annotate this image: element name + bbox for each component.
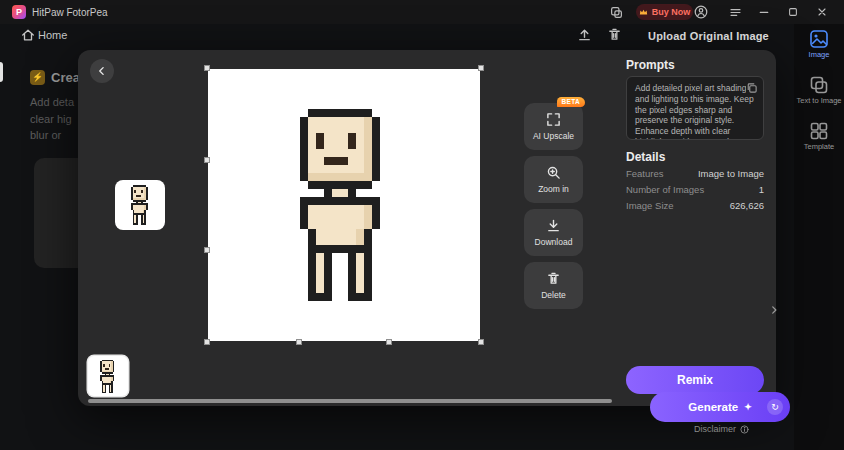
detail-label: Image Size	[626, 200, 674, 212]
pixel-character-thumbnail	[129, 185, 151, 225]
back-button[interactable]	[90, 59, 114, 83]
home-breadcrumb[interactable]: Home	[38, 29, 67, 41]
result-thumbnail[interactable]	[88, 356, 128, 396]
app-window: P HitPaw FotorPea Buy Now	[0, 0, 844, 450]
delete-icon	[546, 271, 561, 286]
copy-icon[interactable]	[746, 82, 758, 94]
app-logo-icon: P	[12, 5, 26, 19]
resize-handle[interactable]	[204, 339, 210, 345]
disclaimer-label: Disclaimer	[694, 424, 736, 434]
lightning-icon: ⚡	[30, 70, 45, 85]
sidebar-item-label: Text to Image	[795, 96, 843, 105]
template-icon	[808, 120, 830, 142]
detail-value: 1	[759, 184, 764, 196]
regenerate-icon[interactable]: ↻	[767, 399, 783, 415]
action-label: Delete	[541, 290, 566, 300]
trash-icon[interactable]	[606, 26, 622, 42]
image-canvas	[208, 69, 480, 341]
screens-icon[interactable]	[608, 4, 624, 20]
app-title: HitPaw FotorPea	[32, 7, 108, 18]
resize-handle[interactable]	[478, 65, 484, 71]
detail-row-image-size: Image Size 626,626	[626, 200, 764, 212]
generate-area: Generate ✦ ↻	[650, 392, 790, 422]
resize-handle[interactable]	[204, 65, 210, 71]
minimize-button[interactable]	[756, 4, 772, 20]
home-icon[interactable]	[20, 27, 36, 43]
resize-handle[interactable]	[478, 339, 484, 345]
sidebar-item-template[interactable]: Template	[794, 118, 844, 162]
resize-handle[interactable]	[296, 339, 302, 345]
description-line: clear hig	[30, 113, 72, 125]
gem-icon: ✦	[744, 402, 752, 412]
action-label: AI Upscale	[533, 131, 574, 141]
sidebar-item-text-to-image[interactable]: Text to Image	[794, 72, 844, 116]
upload-icon[interactable]	[576, 26, 592, 42]
delete-button[interactable]: Delete	[524, 262, 583, 309]
sidebar-item-label: Image	[795, 50, 843, 59]
detail-label: Features	[626, 168, 664, 180]
buy-now-button[interactable]: Buy Now	[636, 4, 693, 20]
reference-thumbnail[interactable]	[115, 180, 165, 230]
text-to-image-icon	[808, 74, 830, 96]
upload-panel-title: Upload Original Image	[648, 30, 769, 42]
action-label: Zoom in	[538, 184, 569, 194]
image-icon	[808, 28, 830, 50]
description-line: Add deta	[30, 96, 74, 108]
title-bar: P HitPaw FotorPea Buy Now	[0, 0, 844, 24]
buy-now-label: Buy Now	[652, 7, 691, 17]
zoom-in-icon	[546, 165, 561, 180]
disclaimer-link[interactable]: Disclaimer	[694, 424, 749, 434]
details-heading: Details	[626, 150, 665, 164]
pixel-character-thumbnail	[99, 360, 117, 393]
detail-row-features: Features Image to Image	[626, 168, 764, 180]
resize-handle[interactable]	[386, 339, 392, 345]
close-button[interactable]	[814, 4, 830, 20]
pixel-character-image	[292, 109, 396, 301]
preview-modal: BETA AI Upscale Zoom in Download	[78, 50, 776, 406]
prompt-text: Add detailed pixel art shading and light…	[635, 83, 755, 140]
prompts-heading: Prompts	[626, 58, 675, 72]
action-label: Download	[535, 237, 573, 247]
detail-value: Image to Image	[698, 168, 764, 180]
description-line: blur or	[30, 129, 61, 141]
generate-label: Generate	[688, 401, 738, 413]
detail-label: Number of Images	[626, 184, 704, 196]
sidebar-item-label: Template	[795, 142, 843, 151]
detail-value: 626,626	[730, 200, 764, 212]
ai-upscale-button[interactable]: BETA AI Upscale	[524, 103, 583, 150]
remix-button[interactable]: Remix	[626, 366, 764, 394]
sidebar-item-image[interactable]: Image	[794, 26, 844, 70]
menu-icon[interactable]	[727, 4, 743, 20]
account-icon[interactable]	[693, 4, 709, 20]
download-icon	[546, 218, 561, 233]
horizontal-scrollbar[interactable]	[88, 399, 612, 403]
feature-sidebar: Image Text to Image Template	[794, 24, 844, 450]
download-button[interactable]: Download	[524, 209, 583, 256]
beta-badge: BETA	[557, 97, 585, 107]
resize-handle[interactable]	[204, 247, 210, 253]
prompt-box[interactable]: Add detailed pixel art shading and light…	[626, 76, 764, 140]
resize-handle[interactable]	[204, 157, 210, 163]
active-nav-indicator	[0, 62, 3, 82]
crown-icon	[639, 8, 648, 16]
zoom-in-button[interactable]: Zoom in	[524, 156, 583, 203]
maximize-button[interactable]	[785, 4, 801, 20]
next-image-chevron[interactable]	[766, 302, 782, 318]
upscale-icon	[546, 112, 561, 127]
detail-row-number-of-images: Number of Images 1	[626, 184, 764, 196]
info-icon	[740, 425, 749, 434]
